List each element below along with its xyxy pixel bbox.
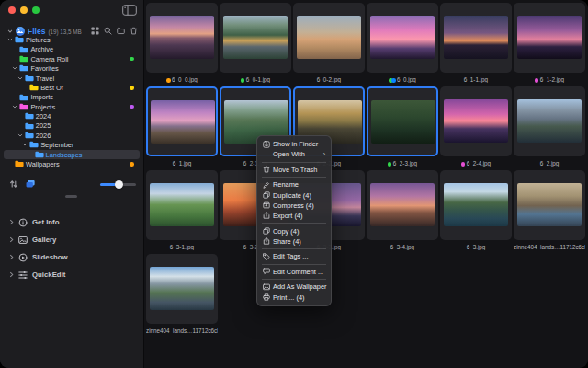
sidebar-item-projects[interactable]: Projects xyxy=(4,102,140,111)
chevron-right-icon[interactable] xyxy=(9,254,14,260)
menu-item-share-4[interactable]: Share (4) xyxy=(259,236,329,247)
close-button[interactable] xyxy=(8,6,16,14)
stack-icon[interactable] xyxy=(26,179,35,189)
folder-icon xyxy=(25,122,34,130)
grid-cell-6-2-4-jpg[interactable] xyxy=(440,86,512,156)
chevron-spacer[interactable] xyxy=(12,95,17,100)
menu-item-compress-4[interactable]: Compress (4) xyxy=(259,201,329,211)
chevron-down-icon[interactable] xyxy=(7,37,13,42)
sidebar-toggle-icon[interactable] xyxy=(122,5,137,16)
menu-item-edit-comment[interactable]: Edit Comment ... xyxy=(259,267,329,277)
chevron-right-icon[interactable] xyxy=(9,219,14,225)
grid-cell-zinne404-lands-11712c6cb-1-png[interactable] xyxy=(514,170,585,240)
photo-thumbnail[interactable] xyxy=(297,16,361,59)
chevron-spacer[interactable] xyxy=(28,152,33,157)
chevron-down-icon[interactable] xyxy=(12,65,17,71)
menu-item-move-to-trash[interactable]: Move To Trash xyxy=(259,165,329,175)
grid-cell-6-0-jpg[interactable] xyxy=(367,3,438,73)
grid-cell-6-1-jpg[interactable] xyxy=(146,86,218,156)
grid-view-icon[interactable] xyxy=(91,27,99,35)
info-icon xyxy=(18,218,28,227)
chevron-right-icon[interactable] xyxy=(9,236,14,243)
minimize-button[interactable] xyxy=(20,6,28,14)
chevron-down-icon[interactable] xyxy=(17,132,23,138)
section-get-info[interactable]: Get Info xyxy=(9,213,138,231)
menu-separator xyxy=(262,248,326,249)
sidebar-item-2025[interactable]: 2025 xyxy=(4,121,140,131)
photo-thumbnail[interactable] xyxy=(517,183,582,226)
sidebar-item-2024[interactable]: 2024 xyxy=(4,111,140,121)
chevron-spacer[interactable] xyxy=(22,85,28,90)
search-icon[interactable] xyxy=(104,27,112,35)
chevron-spacer[interactable] xyxy=(12,56,17,62)
grid-cell-6-1-2-jpg[interactable] xyxy=(514,3,585,73)
photo-thumbnail[interactable] xyxy=(150,267,214,310)
menu-item-print-4[interactable]: Print ... (4) xyxy=(259,293,329,303)
grid-cell-zinne404-lands-11712c6cb-2-png[interactable] xyxy=(146,254,218,324)
sidebar-item-best-of[interactable]: Best Of xyxy=(4,83,140,92)
menu-item-copy-4[interactable]: Copy (4) xyxy=(259,225,329,236)
photo-thumbnail[interactable] xyxy=(517,99,582,143)
sidebar-item-favorites[interactable]: Favorites xyxy=(4,63,140,73)
photo-thumbnail[interactable] xyxy=(370,183,435,226)
photo-thumbnail[interactable] xyxy=(151,100,215,144)
grid-cell-6-0-2-jpg[interactable] xyxy=(293,3,365,73)
menu-item-add-as-wallpaper[interactable]: Add As Wallpaper xyxy=(259,282,329,292)
export-icon xyxy=(263,212,270,219)
tag-dot xyxy=(391,78,395,82)
chevron-spacer[interactable] xyxy=(12,47,17,52)
chevron-spacer[interactable] xyxy=(17,113,23,119)
grid-cell-6-3-jpg[interactable] xyxy=(440,170,512,240)
thumbnail-zoom-slider[interactable] xyxy=(100,179,136,189)
panel-resize-handle[interactable] xyxy=(65,195,77,198)
sidebar-item-camera-roll[interactable]: Camera Roll xyxy=(4,54,140,63)
menu-item-show-in-finder[interactable]: Show in Finder xyxy=(259,139,329,149)
menu-item-rename[interactable]: Rename xyxy=(259,179,329,190)
sidebar-item-wallpapers[interactable]: Wallpapers xyxy=(4,159,140,168)
chevron-right-icon[interactable] xyxy=(9,271,14,278)
slideshow-icon xyxy=(18,253,28,262)
grid-cell-6-2-jpg[interactable] xyxy=(514,86,585,156)
sidebar-item-travel[interactable]: Travel xyxy=(4,74,140,83)
photo-thumbnail[interactable] xyxy=(444,99,508,143)
chevron-spacer[interactable] xyxy=(7,161,13,167)
section-gallery[interactable]: Gallery xyxy=(9,231,138,248)
menu-item-duplicate-4[interactable]: Duplicate (4) xyxy=(259,190,329,201)
chevron-down-icon[interactable] xyxy=(22,142,28,147)
photo-thumbnail[interactable] xyxy=(223,16,288,59)
chevron-spacer[interactable] xyxy=(17,123,23,129)
grid-cell-6-3-1-jpg[interactable] xyxy=(146,170,218,240)
sidebar-item-imports[interactable]: Imports xyxy=(4,92,140,101)
photo-thumbnail[interactable] xyxy=(444,16,508,59)
photo-thumbnail[interactable] xyxy=(150,16,214,59)
sort-arrows-icon[interactable] xyxy=(9,179,18,189)
grid-cell-6-1-1-jpg[interactable] xyxy=(440,3,512,73)
photo-thumbnail[interactable] xyxy=(370,16,435,59)
sidebar-item-archive[interactable]: Archive xyxy=(4,44,140,53)
sidebar-item-september[interactable]: September xyxy=(4,140,140,149)
sidebar-item-pictures[interactable]: Pictures xyxy=(4,35,140,44)
grid-cell-6-3-4-jpg[interactable] xyxy=(367,170,438,240)
menu-item-export-4[interactable]: Export (4) xyxy=(259,211,329,221)
photo-thumbnail[interactable] xyxy=(517,16,582,59)
menu-item-label: Rename xyxy=(273,180,299,189)
section-quickedit[interactable]: QuickEdit xyxy=(9,266,138,283)
gallery-icon xyxy=(18,236,28,245)
chevron-down-icon[interactable] xyxy=(17,75,23,81)
sidebar-item-landscapes[interactable]: Landscapes xyxy=(4,150,140,159)
grid-cell-6-0-1-jpg[interactable] xyxy=(220,3,291,73)
menu-item-edit-tags[interactable]: Edit Tags ... xyxy=(259,251,329,261)
section-slideshow[interactable]: Slideshow xyxy=(9,248,138,266)
zoom-button[interactable] xyxy=(32,6,40,14)
menu-item-open-with[interactable]: Open With› xyxy=(259,149,329,159)
photo-thumbnail[interactable] xyxy=(150,183,214,226)
grid-cell-6-2-3-jpg[interactable] xyxy=(367,86,438,156)
grid-cell-6-0-0-jpg[interactable] xyxy=(146,3,218,73)
trash-icon[interactable] xyxy=(130,27,138,35)
sidebar-item-2026[interactable]: 2026 xyxy=(4,131,140,140)
folder-icon[interactable] xyxy=(117,27,125,35)
photo-thumbnail[interactable] xyxy=(371,100,435,144)
photo-thumbnail[interactable] xyxy=(444,183,508,226)
slider-knob[interactable] xyxy=(115,180,123,189)
chevron-down-icon[interactable] xyxy=(12,104,17,109)
